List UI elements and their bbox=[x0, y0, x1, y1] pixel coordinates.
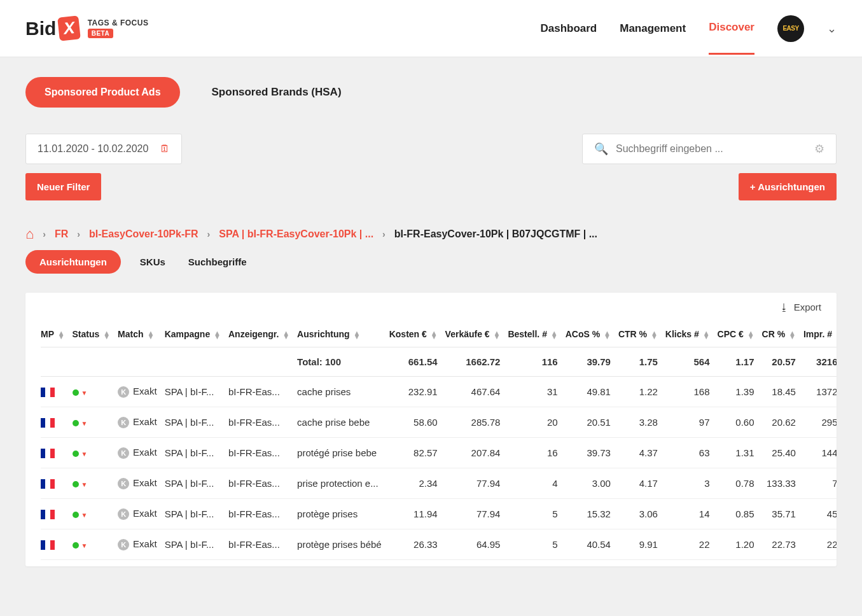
status-caret-icon[interactable]: ▼ bbox=[81, 542, 88, 549]
logo-subtitle: TAGS & FOCUS BETA bbox=[88, 18, 149, 38]
match-badge-icon: K bbox=[118, 447, 129, 459]
total-kosten: 661.54 bbox=[386, 347, 441, 377]
sort-icon: ▲▼ bbox=[214, 331, 221, 339]
total-acos: 39.79 bbox=[562, 347, 615, 377]
nav-discover[interactable]: Discover bbox=[709, 21, 754, 55]
sort-icon: ▲▼ bbox=[103, 331, 110, 339]
search-icon: 🔍 bbox=[594, 142, 608, 156]
profile-chevron-icon[interactable]: ⌄ bbox=[827, 22, 837, 36]
match-badge-icon: K bbox=[118, 539, 129, 550]
table-row[interactable]: ▼KExaktSPA | bI-F...bI-FR-Eas...protège … bbox=[41, 499, 837, 529]
col-match[interactable]: Match ▲▼ bbox=[114, 321, 161, 347]
tab-sponsored-brands[interactable]: Sponsored Brands (HSA) bbox=[199, 76, 354, 108]
beta-badge: BETA bbox=[88, 29, 113, 38]
flag-fr-icon bbox=[41, 479, 55, 489]
col-acos[interactable]: ACoS % ▲▼ bbox=[562, 321, 615, 347]
status-caret-icon[interactable]: ▼ bbox=[81, 512, 88, 519]
col-cpc[interactable]: CPC € ▲▼ bbox=[714, 321, 758, 347]
search-box[interactable]: 🔍 ⚙ bbox=[582, 134, 837, 164]
cell-cr: 25.40 bbox=[758, 438, 800, 468]
cell-klicks: 3 bbox=[662, 468, 714, 499]
cell-kampagne: SPA | bI-F... bbox=[161, 499, 225, 529]
profile-avatar[interactable]: EASY bbox=[777, 15, 804, 42]
cell-cr: 35.71 bbox=[758, 499, 800, 529]
col-ctr[interactable]: CTR % ▲▼ bbox=[615, 321, 662, 347]
content: Sponsored Product Ads Sponsored Brands (… bbox=[0, 57, 862, 585]
tab-sponsored-products[interactable]: Sponsored Product Ads bbox=[25, 77, 180, 108]
cell-acos: 39.73 bbox=[562, 438, 615, 468]
col-ausrichtung[interactable]: Ausrichtung ▲▼ bbox=[293, 321, 386, 347]
cell-ctr: 3.28 bbox=[615, 407, 662, 438]
cell-verkaufe: 467.64 bbox=[441, 377, 504, 407]
cell-cr: 133.33 bbox=[758, 468, 800, 499]
logo-subtitle-text: TAGS & FOCUS bbox=[88, 18, 149, 27]
table-row[interactable]: ▼KExaktSPA | bI-F...bI-FR-Eas...prise pr… bbox=[41, 468, 837, 499]
cell-acos: 3.00 bbox=[562, 468, 615, 499]
table-row[interactable]: ▼KExaktSPA | bI-F...bI-FR-Eas...cache pr… bbox=[41, 377, 837, 407]
col-verkaufe[interactable]: Verkäufe € ▲▼ bbox=[441, 321, 504, 347]
match-badge-icon: K bbox=[118, 508, 129, 520]
gear-icon[interactable]: ⚙ bbox=[814, 142, 824, 156]
cell-cr: 20.62 bbox=[758, 407, 800, 438]
col-impr[interactable]: Impr. # ▲▼ bbox=[800, 321, 837, 347]
cell-anzeigengr: bI-FR-Eas... bbox=[225, 438, 293, 468]
data-table: MP ▲▼Status ▲▼Match ▲▼Kampagne ▲▼Anzeige… bbox=[41, 321, 837, 560]
cell-ctr: 9.91 bbox=[615, 529, 662, 560]
subtab-targetings[interactable]: Ausrichtungen bbox=[25, 250, 121, 274]
table-row[interactable]: ▼KExaktSPA | bI-F...bI-FR-Eas...protège … bbox=[41, 529, 837, 560]
cell-klicks: 22 bbox=[662, 529, 714, 560]
cell-impr: 2958 bbox=[800, 407, 837, 438]
table-row[interactable]: ▼KExaktSPA | bI-F...bI-FR-Eas...protégé … bbox=[41, 438, 837, 468]
flag-fr-icon bbox=[41, 388, 55, 397]
logo[interactable]: Bid X bbox=[25, 17, 80, 40]
cell-kampagne: SPA | bI-F... bbox=[161, 438, 225, 468]
nav-dashboard[interactable]: Dashboard bbox=[540, 22, 597, 54]
col-status[interactable]: Status ▲▼ bbox=[69, 321, 115, 347]
cell-klicks: 63 bbox=[662, 438, 714, 468]
sort-icon: ▲▼ bbox=[604, 331, 611, 339]
sort-icon: ▲▼ bbox=[836, 331, 837, 339]
col-anzeigengr[interactable]: Anzeigengr. ▲▼ bbox=[225, 321, 293, 347]
match-text: Exakt bbox=[133, 538, 157, 549]
date-range-picker[interactable]: 11.01.2020 - 10.02.2020 🗓 bbox=[25, 134, 182, 164]
breadcrumb-current: bI-FR-EasyCover-10Pk | B07JQCGTMF | ... bbox=[394, 228, 597, 240]
table-row[interactable]: ▼KExaktSPA | bI-F...bI-FR-Eas...cache pr… bbox=[41, 407, 837, 438]
cell-acos: 40.54 bbox=[562, 529, 615, 560]
subtab-searchterms[interactable]: Suchbegriffe bbox=[184, 250, 251, 274]
sort-icon: ▲▼ bbox=[651, 331, 658, 339]
cell-klicks: 97 bbox=[662, 407, 714, 438]
new-filter-button[interactable]: Neuer Filter bbox=[25, 173, 101, 200]
match-badge-icon: K bbox=[118, 478, 129, 489]
cell-cpc: 0.78 bbox=[714, 468, 758, 499]
status-caret-icon[interactable]: ▼ bbox=[81, 481, 88, 488]
cell-kosten: 82.57 bbox=[386, 438, 441, 468]
status-caret-icon[interactable]: ▼ bbox=[81, 389, 88, 396]
col-bestell[interactable]: Bestell. # ▲▼ bbox=[504, 321, 561, 347]
chevron-right-icon: › bbox=[77, 229, 80, 239]
add-targetings-button[interactable]: + Ausrichtungen bbox=[739, 173, 837, 200]
col-mp[interactable]: MP ▲▼ bbox=[41, 321, 69, 347]
breadcrumb-campaign[interactable]: SPA | bI-FR-EasyCover-10Pk | ... bbox=[219, 228, 373, 240]
total-klicks: 564 bbox=[662, 347, 714, 377]
status-caret-icon[interactable]: ▼ bbox=[81, 420, 88, 427]
calendar-icon: 🗓 bbox=[160, 143, 170, 155]
col-kosten[interactable]: Kosten € ▲▼ bbox=[386, 321, 441, 347]
col-cr[interactable]: CR % ▲▼ bbox=[758, 321, 800, 347]
total-cpc: 1.17 bbox=[714, 347, 758, 377]
breadcrumb-marketplace[interactable]: FR bbox=[55, 228, 68, 240]
status-active-icon bbox=[73, 451, 79, 457]
nav-management[interactable]: Management bbox=[620, 22, 686, 54]
search-input[interactable] bbox=[616, 143, 807, 155]
cell-cr: 22.73 bbox=[758, 529, 800, 560]
cell-verkaufe: 207.84 bbox=[441, 438, 504, 468]
home-icon[interactable]: ⌂ bbox=[25, 226, 34, 242]
cell-bestell: 5 bbox=[504, 499, 561, 529]
col-kampagne[interactable]: Kampagne ▲▼ bbox=[161, 321, 225, 347]
col-klicks[interactable]: Klicks # ▲▼ bbox=[662, 321, 714, 347]
subtab-skus[interactable]: SKUs bbox=[136, 250, 169, 274]
breadcrumb-portfolio[interactable]: bI-EasyCover-10Pk-FR bbox=[89, 228, 198, 240]
cell-ausrichtung: cache prise bebe bbox=[293, 407, 386, 438]
sort-icon: ▲▼ bbox=[551, 331, 558, 339]
status-caret-icon[interactable]: ▼ bbox=[81, 451, 88, 458]
export-button[interactable]: ⭳ Export bbox=[25, 293, 837, 321]
